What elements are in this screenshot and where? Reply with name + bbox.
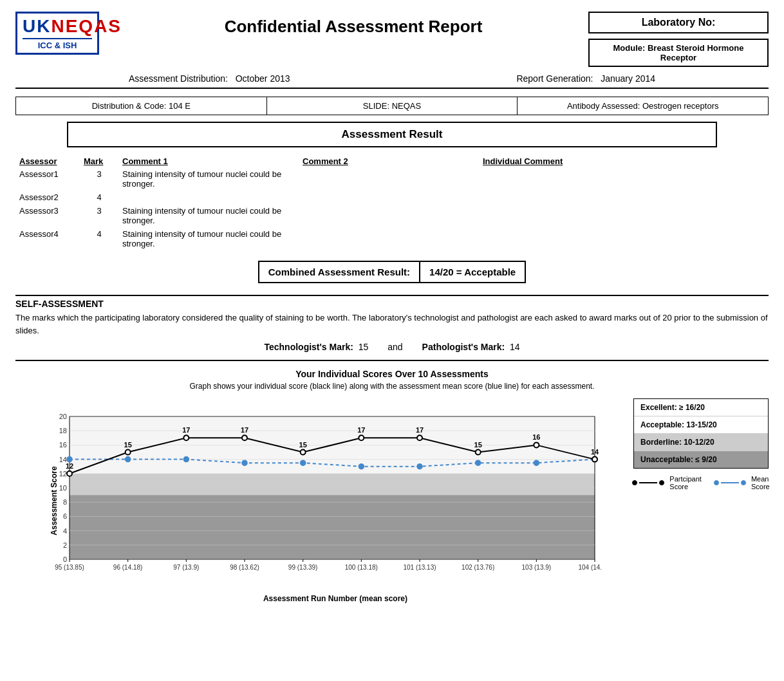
graph-title: Your Individual Scores Over 10 Assessmen… — [15, 369, 769, 379]
graph-subtitle: Graph shows your individual score (black… — [15, 382, 769, 391]
logo: UKNEQAS ICC & ISH — [15, 12, 99, 55]
individual-comment-cell — [479, 167, 769, 191]
legend-unacceptable: Unacceptable: ≤ 9/20 — [634, 451, 768, 468]
divider-1 — [15, 88, 769, 89]
mean-line-sample — [714, 480, 746, 485]
y-tick-label: 16 — [59, 441, 67, 449]
slide-box: SLIDE: NEQAS — [267, 97, 518, 115]
y-tick-label: 20 — [59, 413, 67, 420]
x-tick-label: 103 (13.9) — [522, 564, 552, 571]
table-row: Assessor1 3 Staining intensity of tumour… — [15, 167, 769, 191]
divider-2 — [15, 295, 769, 296]
col-comment1: Comment 1 — [118, 155, 299, 167]
technologist-mark: Technologist's Mark: 15 — [264, 342, 368, 352]
participant-dot — [476, 450, 481, 455]
y-axis-label: Assessment Score — [50, 466, 59, 535]
assessor-cell: Assessor2 — [15, 191, 80, 204]
and-text: and — [387, 342, 402, 352]
mean-dot — [126, 457, 131, 462]
info-boxes-row: Distribution & Code: 104 E SLIDE: NEQAS … — [15, 97, 769, 115]
comment1-cell — [118, 191, 299, 204]
report-title: Confidential Assessment Report — [118, 12, 588, 37]
graph-area: Assessment Score 0246810121416182095 (13… — [15, 398, 623, 603]
legend-excellent: Excellent: ≥ 16/20 — [634, 399, 768, 416]
combined-label: Combined Assessment Result: — [258, 261, 420, 283]
header-right: Laboratory No: Module: Breast Steroid Ho… — [588, 12, 769, 67]
assessor-cell: Assessor1 — [15, 167, 80, 191]
x-tick-label: 98 (13.62) — [230, 564, 259, 571]
self-assessment-title: SELF-ASSESSMENT — [15, 299, 769, 309]
chart-svg: 0246810121416182095 (13.85)96 (14.18)97 … — [48, 398, 601, 592]
individual-comment-cell — [479, 191, 769, 204]
mean-dot2 — [741, 480, 746, 485]
col-individual-comment: Individual Comment — [479, 155, 769, 167]
individual-comment-cell — [479, 204, 769, 227]
header: UKNEQAS ICC & ISH Confidential Assessmen… — [15, 12, 769, 67]
participant-dot — [534, 442, 539, 447]
participant-dot — [301, 450, 306, 455]
score-label: 15 — [124, 441, 132, 449]
participant-line-sample — [632, 480, 664, 485]
legend-box: Excellent: ≥ 16/20 Acceptable: 13-15/20 … — [633, 398, 769, 469]
mean-dot — [301, 460, 306, 465]
individual-comment-cell — [479, 227, 769, 250]
y-tick-label: 4 — [63, 527, 67, 535]
mark-cell: 4 — [80, 227, 118, 250]
assessors-table: Assessor Mark Comment 1 Comment 2 Indivi… — [15, 155, 769, 250]
self-assessment-section: SELF-ASSESSMENT The marks which the part… — [15, 299, 769, 352]
self-assessment-description: The marks which the participating labora… — [15, 312, 769, 337]
x-tick-label: 100 (13.18) — [345, 564, 378, 571]
assessment-result-title: Assessment Result — [67, 122, 717, 147]
mean-line — [721, 482, 739, 483]
assessor-cell: Assessor4 — [15, 227, 80, 250]
pathologist-mark: Pathologist's Mark: 14 — [422, 342, 520, 352]
dates-row: Assessment Distribution: October 2013 Re… — [15, 73, 769, 84]
mark-cell: 4 — [80, 191, 118, 204]
y-tick-label: 18 — [59, 427, 67, 434]
legend-area: Excellent: ≥ 16/20 Acceptable: 13-15/20 … — [633, 398, 769, 490]
mark-cell: 3 — [80, 204, 118, 227]
mean-dot — [476, 460, 481, 465]
participant-dot — [67, 471, 72, 476]
band — [70, 474, 595, 495]
score-label: 17 — [416, 426, 424, 434]
comment1-cell: Staining intensity of tumour nuclei coul… — [118, 227, 299, 250]
divider-3 — [15, 360, 769, 361]
antibody-box: Antibody Assessed: Oestrogen receptors — [518, 97, 768, 115]
participant-dot — [592, 457, 597, 462]
combined-value: 14/20 = Acceptable — [420, 261, 526, 283]
distribution-box: Distribution & Code: 104 E — [16, 97, 267, 115]
logo-uk: UK — [23, 16, 51, 36]
graph-container: Assessment Score 0246810121416182095 (13… — [15, 398, 769, 603]
module-box: Module: Breast Steroid Hormone Receptor — [588, 39, 769, 67]
participant-dot2 — [659, 480, 664, 485]
logo-neqas: NEQAS — [51, 16, 122, 36]
band — [70, 495, 595, 559]
report-generation: Report Generation: January 2014 — [516, 73, 655, 84]
x-axis-label: Assessment Run Number (mean score) — [48, 594, 623, 603]
y-tick-label: 8 — [63, 498, 67, 506]
mean-dot — [417, 464, 422, 469]
lab-no-box: Laboratory No: — [588, 12, 769, 33]
marks-row: Technologist's Mark: 15 and Pathologist'… — [15, 342, 769, 352]
assessor-cell: Assessor3 — [15, 204, 80, 227]
table-row: Assessor2 4 — [15, 191, 769, 204]
x-tick-label: 95 (13.85) — [55, 564, 84, 571]
y-tick-label: 2 — [63, 541, 67, 549]
graph-section: Your Individual Scores Over 10 Assessmen… — [15, 369, 769, 603]
comment2-cell — [299, 204, 479, 227]
y-tick-label: 12 — [59, 470, 67, 478]
comment2-cell — [299, 191, 479, 204]
participant-dot — [126, 450, 131, 455]
score-label: 12 — [66, 462, 73, 470]
score-label: 15 — [299, 441, 307, 449]
mean-label: Mean Score — [751, 475, 770, 490]
col-comment2: Comment 2 — [299, 155, 479, 167]
x-tick-label: 99 (13.39) — [288, 564, 318, 571]
mean-dot — [359, 464, 364, 469]
legend-lines: Partcipant Score Mean Score — [633, 475, 769, 490]
comment1-cell: Staining intensity of tumour nuclei coul… — [118, 167, 299, 191]
participant-dot — [417, 435, 422, 440]
y-tick-label: 10 — [59, 484, 67, 492]
col-assessor: Assessor — [15, 155, 80, 167]
